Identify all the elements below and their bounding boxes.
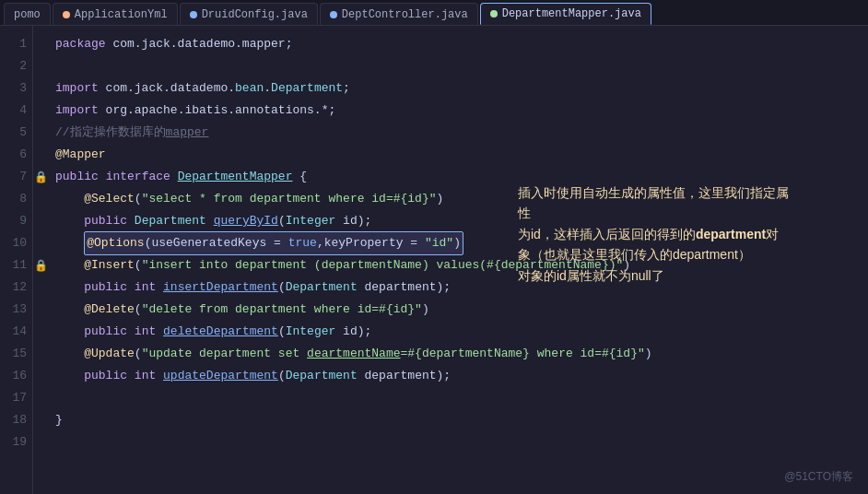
tab-deptcontroller-dot (330, 11, 337, 18)
tab-pomo[interactable]: pomo (4, 3, 51, 25)
gutter-10 (33, 232, 48, 254)
gutter-14 (33, 321, 48, 343)
gutter-8 (33, 188, 48, 210)
tabs-bar: pomo ApplicationYml DruidConfig.java Dep… (0, 0, 868, 26)
gutter-19 (33, 431, 48, 453)
tooltip-line-1: 插入时使用自动生成的属性值，这里我们指定属 (518, 182, 850, 203)
gutter-13 (33, 299, 48, 321)
code-line-13: @Delete("delete from department where id… (55, 299, 868, 321)
code-line-3: import com.jack.datademo.bean.Department… (55, 77, 868, 100)
tooltip-line-4: 象（也就是这里我们传入的department） (518, 244, 850, 265)
gutter-lock-icon: 🔒 (33, 166, 48, 188)
watermark: @51CTO博客 (784, 469, 853, 485)
gutter-18 (33, 409, 48, 431)
gutter-16 (33, 365, 48, 387)
code-line-18: } (55, 409, 868, 431)
gutter-12 (33, 276, 48, 299)
gutter-lock2-icon: 🔒 (33, 254, 48, 276)
editor-area: 1 2 3 4 5 6 7 8 9 10 11 12 13 14 15 16 1… (0, 26, 868, 494)
code-line-6: @Mapper (55, 144, 868, 166)
gutter-3 (33, 77, 48, 100)
gutter-5 (33, 122, 48, 144)
code-line-2 (55, 55, 868, 77)
gutter-15 (33, 343, 48, 365)
tab-applicationyml-dot (63, 11, 70, 18)
code-line-1: package com.jack.datademo.mapper; (55, 33, 868, 55)
tab-druidconfig-dot (190, 11, 197, 18)
code-line-4: import org.apache.ibatis.annotations.*; (55, 100, 868, 122)
tab-departmentmapper-dot (490, 10, 498, 18)
tooltip-annotation: 插入时使用自动生成的属性值，这里我们指定属 性 为id，这样插入后返回的得到的d… (518, 182, 850, 286)
tooltip-line-2: 性 (518, 203, 850, 223)
gutter-2 (33, 55, 48, 77)
tab-deptcontroller-label: DeptController.java (342, 8, 468, 21)
gutter-icons: 🔒 🔒 (33, 26, 48, 494)
tab-deptcontroller[interactable]: DeptController.java (320, 3, 478, 25)
code-line-14: public int deleteDepartment(Integer id); (55, 321, 868, 343)
tab-druidconfig-label: DruidConfig.java (202, 8, 308, 21)
tooltip-line-5: 对象的id属性就不为null了 (518, 265, 850, 286)
gutter-9 (33, 210, 48, 232)
gutter-17 (33, 387, 48, 409)
code-line-17 (55, 387, 868, 409)
code-line-5: //指定操作数据库的mapper (55, 122, 868, 144)
tab-departmentmapper-label: DepartmentMapper.java (502, 7, 641, 20)
gutter-6 (33, 144, 48, 166)
tab-druidconfig[interactable]: DruidConfig.java (180, 3, 318, 25)
code-line-15: @Update("update department set deartment… (55, 343, 868, 365)
tooltip-line-3: 为id，这样插入后返回的得到的department对 (518, 224, 850, 244)
code-line-16: public int updateDepartment(Department d… (55, 365, 868, 387)
line-numbers: 1 2 3 4 5 6 7 8 9 10 11 12 13 14 15 16 1… (0, 26, 33, 494)
gutter-4 (33, 100, 48, 122)
tab-pomo-label: pomo (14, 8, 41, 21)
tab-applicationyml-label: ApplicationYml (75, 8, 168, 21)
tab-applicationyml[interactable]: ApplicationYml (53, 3, 178, 25)
tab-departmentmapper[interactable]: DepartmentMapper.java (480, 3, 651, 25)
gutter-1 (33, 33, 48, 55)
